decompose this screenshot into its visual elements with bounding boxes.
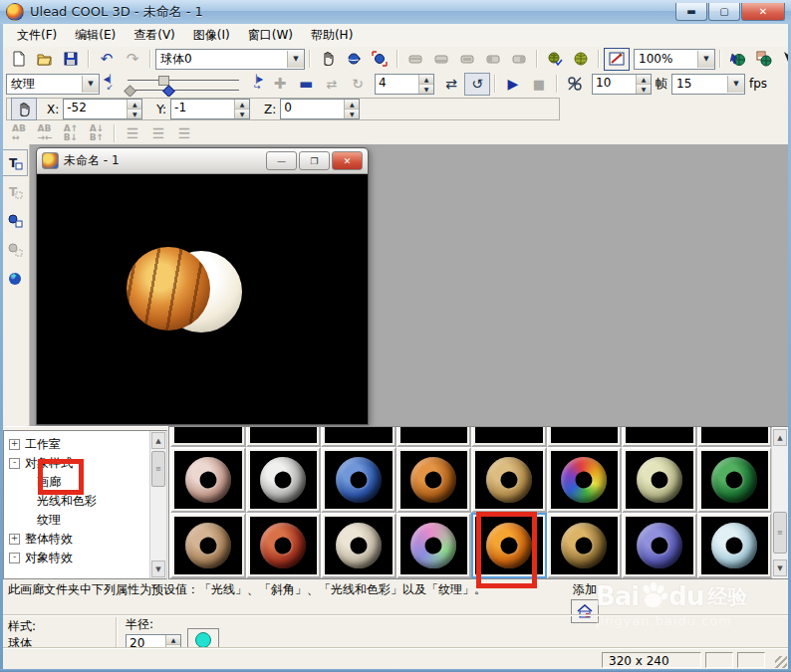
gallery-cell-partial[interactable] bbox=[170, 426, 246, 447]
align-left-button[interactable]: ☰ bbox=[120, 121, 145, 144]
gallery-cell-blue-marble-torus[interactable] bbox=[321, 447, 396, 513]
doc-restore-button[interactable]: ❐ bbox=[299, 151, 330, 170]
expand-icon[interactable]: + bbox=[9, 534, 20, 545]
tree-item[interactable]: 纹理 bbox=[6, 511, 149, 530]
reverse-keys-button[interactable]: ⇄ bbox=[319, 73, 345, 96]
kerning-expand-button[interactable]: AB↔ bbox=[6, 121, 32, 144]
export-image-button[interactable] bbox=[751, 48, 777, 71]
menu-item[interactable]: 帮助(H) bbox=[302, 24, 362, 47]
attribute-dropdown[interactable]: 纹理 ▼ bbox=[6, 74, 100, 95]
collapse-icon[interactable]: - bbox=[9, 553, 20, 563]
fps-dropdown[interactable]: 15 ▼ bbox=[671, 74, 745, 95]
shift-down-button[interactable]: A↓B↑ bbox=[84, 121, 110, 144]
pan-tool-button[interactable] bbox=[315, 48, 341, 71]
gallery-cell-iridescent-torus[interactable] bbox=[396, 513, 472, 578]
document-title-bar[interactable]: 未命名 - 1 — ❐ ✕ bbox=[37, 148, 368, 174]
export-web-button[interactable] bbox=[725, 48, 751, 71]
spinner-buttons[interactable]: ▲▼ bbox=[127, 100, 141, 118]
scroll-up-icon[interactable]: ▲ bbox=[773, 429, 787, 446]
gallery-cell-tan-marble-torus[interactable] bbox=[170, 513, 246, 578]
loop-mode-button[interactable]: ⇄ bbox=[438, 73, 464, 96]
cycles-spinner[interactable]: 10 ▲▼ bbox=[592, 74, 652, 95]
maximize-button[interactable]: ▢ bbox=[708, 3, 740, 21]
delete-keyframe-button[interactable]: ▬ bbox=[293, 73, 319, 96]
textured-sphere-object[interactable] bbox=[127, 247, 210, 331]
position-preset-4-button[interactable] bbox=[480, 48, 506, 71]
gallery-cell-partial[interactable] bbox=[246, 426, 322, 447]
menu-item[interactable]: 窗口(W) bbox=[239, 24, 302, 47]
z-spinner[interactable]: 0 ▲▼ bbox=[280, 99, 360, 119]
resize-grip[interactable] bbox=[775, 656, 787, 668]
y-spinner[interactable]: -1 ▲▼ bbox=[170, 99, 250, 119]
menu-item[interactable]: 文件(F) bbox=[8, 24, 66, 47]
spinner-buttons[interactable]: ▲▼ bbox=[344, 100, 359, 118]
spinner-buttons[interactable]: ▲▼ bbox=[418, 75, 433, 94]
tree-item[interactable]: +工作室 bbox=[6, 435, 149, 454]
scroll-down-icon[interactable]: ▼ bbox=[773, 560, 787, 576]
scroll-up-icon[interactable]: ▲ bbox=[151, 432, 165, 449]
gallery-cell-ice-blue-torus[interactable] bbox=[697, 513, 773, 578]
collapse-icon[interactable]: - bbox=[9, 458, 20, 469]
dimensions-button[interactable] bbox=[604, 48, 630, 71]
render-quality-button[interactable] bbox=[562, 73, 588, 96]
frame-spinner[interactable]: 4 ▲▼ bbox=[375, 74, 434, 95]
gallery-cell-pink-marble-torus[interactable] bbox=[170, 447, 246, 513]
redo-button[interactable]: ↷ bbox=[120, 48, 145, 71]
menu-item[interactable]: 查看(V) bbox=[125, 24, 184, 47]
insert-text-button[interactable]: T bbox=[1, 149, 28, 176]
go-start-button[interactable]: ◀▏ ↙ bbox=[100, 73, 120, 96]
key-thumb-gray[interactable] bbox=[124, 85, 136, 98]
gallery-cell-rust-white-torus[interactable] bbox=[321, 513, 396, 578]
gallery-cell-gold-patch-torus[interactable] bbox=[547, 513, 623, 578]
gallery-cell-rainbow-torus[interactable] bbox=[547, 447, 623, 513]
key-thumb-blue[interactable] bbox=[162, 85, 175, 98]
close-button[interactable]: ✕ bbox=[741, 3, 785, 21]
rotate-tool-button[interactable] bbox=[341, 48, 367, 71]
frame-slider-track[interactable] bbox=[128, 80, 239, 82]
play-button[interactable]: ▶ bbox=[500, 73, 526, 96]
object-select-dropdown[interactable]: 球体0 ▼ bbox=[155, 49, 305, 70]
gallery-cell-pale-stone-torus[interactable] bbox=[622, 447, 697, 513]
gallery-cell-green-torus[interactable] bbox=[697, 447, 773, 513]
gallery-cell-woven-tan-torus[interactable] bbox=[471, 447, 547, 513]
new-file-button[interactable] bbox=[6, 48, 32, 71]
gallery-cell-silver-torus[interactable] bbox=[246, 447, 322, 513]
insert-geometric-button[interactable]: ✚ bbox=[1, 265, 28, 292]
kerning-condense-button[interactable]: AB→← bbox=[32, 121, 58, 144]
cycle-mode-button[interactable]: ↺ bbox=[464, 73, 490, 96]
preview-browser-button[interactable] bbox=[542, 48, 568, 71]
gallery-cell-partial[interactable] bbox=[396, 426, 472, 447]
key-slider-track[interactable] bbox=[128, 90, 239, 92]
gallery-cell-partial[interactable] bbox=[697, 426, 773, 447]
stop-button[interactable]: ■ bbox=[526, 73, 552, 96]
insert-graphics-button[interactable] bbox=[1, 207, 28, 234]
gallery-cell-partial[interactable] bbox=[471, 426, 547, 447]
gallery-scroll-thumb[interactable]: ≡ bbox=[773, 512, 787, 554]
doc-minimize-button[interactable]: — bbox=[266, 151, 297, 170]
web-globe-button[interactable] bbox=[568, 48, 594, 71]
open-file-button[interactable] bbox=[32, 48, 58, 71]
loop-keys-button[interactable]: ↻ bbox=[345, 73, 371, 96]
position-preset-1-button[interactable] bbox=[402, 48, 428, 71]
gallery-scrollbar[interactable]: ▲ ≡ ▼ bbox=[771, 428, 788, 577]
add-keyframe-button[interactable]: ✚ bbox=[267, 73, 293, 96]
move-tool-button[interactable] bbox=[11, 98, 37, 120]
gallery-cell-violet-torus[interactable] bbox=[622, 513, 697, 578]
tree-item[interactable]: +整体特效 bbox=[6, 530, 149, 549]
edit-graphics-button[interactable] bbox=[1, 236, 28, 263]
tree-item[interactable]: -对象特效 bbox=[6, 549, 149, 567]
zoom-dropdown[interactable]: 100% ▼ bbox=[634, 49, 715, 70]
gallery-cell-wood-torus[interactable] bbox=[396, 447, 472, 513]
spinner-buttons[interactable]: ▲▼ bbox=[234, 100, 249, 118]
add-to-gallery-button[interactable] bbox=[571, 599, 599, 623]
undo-button[interactable]: ↶ bbox=[94, 48, 120, 71]
align-center-button[interactable]: ☰ bbox=[145, 121, 171, 144]
doc-close-button[interactable]: ✕ bbox=[332, 151, 363, 170]
shift-up-button[interactable]: A↑B↓ bbox=[58, 121, 84, 144]
chevron-down-icon[interactable]: ▼ bbox=[697, 51, 714, 68]
menu-item[interactable]: 编辑(E) bbox=[66, 24, 125, 47]
render-canvas[interactable] bbox=[41, 175, 364, 418]
tree-scrollbar[interactable]: ▲ ≡ ▼ bbox=[149, 431, 166, 578]
gallery-cell-partial[interactable] bbox=[321, 426, 396, 447]
scroll-down-icon[interactable]: ▼ bbox=[151, 560, 165, 577]
